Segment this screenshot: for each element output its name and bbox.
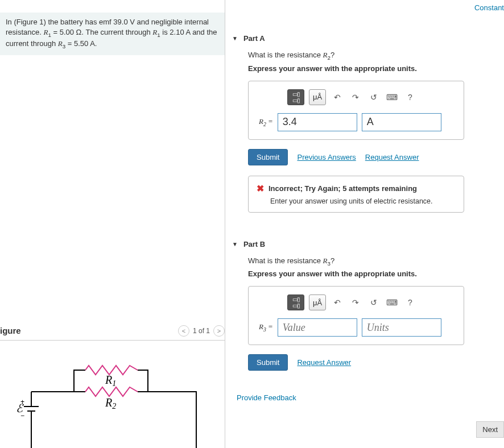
help-icon[interactable]: ? [403, 296, 417, 309]
undo-icon[interactable]: ↶ [331, 90, 344, 104]
pager-prev-button[interactable]: < [178, 325, 189, 337]
keyboard-icon[interactable]: ⌨ [385, 296, 399, 309]
part-b-value-input[interactable] [278, 318, 357, 337]
part-b-instruction: Express your answer with the appropriate… [248, 269, 497, 278]
units-mu-button[interactable]: μÅ [309, 89, 326, 105]
problem-statement: In (Figure 1) the battery has emf 39.0 V… [0, 13, 225, 55]
figure-pager: < 1 of 1 > [178, 325, 225, 337]
part-b-unit-input[interactable] [362, 318, 441, 337]
next-button[interactable]: Next [476, 421, 504, 438]
redo-icon[interactable]: ↷ [349, 296, 362, 309]
part-a-answer-box: ▭▯▭▯ μÅ ↶ ↷ ↺ ⌨ ? R2 = [248, 81, 464, 140]
part-a-submit-button[interactable]: Submit [248, 149, 288, 165]
redo-icon[interactable]: ↷ [349, 90, 362, 104]
part-a-question: What is the resistance R2? [248, 51, 497, 61]
svg-text:−: − [20, 412, 24, 420]
part-a-unit-input[interactable] [362, 113, 441, 131]
pager-next-button[interactable]: > [213, 325, 225, 337]
figure-title: igure [0, 326, 21, 335]
feedback-message: Enter your answer using units of electri… [270, 197, 456, 205]
part-b-submit-button[interactable]: Submit [248, 354, 288, 371]
part-a-value-input[interactable] [278, 113, 357, 131]
part-a-instruction: Express your answer with the appropriate… [248, 64, 497, 73]
part-b-request-answer-link[interactable]: Request Answer [297, 358, 351, 367]
circuit-figure: ℰ + − R1 R2 R3 [0, 358, 225, 448]
svg-text:+: + [20, 398, 24, 406]
part-a-feedback: ✖ Incorrect; Try Again; 5 attempts remai… [248, 176, 464, 213]
part-a-var-label: R2 = [259, 117, 273, 127]
pager-label: 1 of 1 [193, 327, 210, 335]
units-mu-button[interactable]: μÅ [309, 294, 326, 310]
keyboard-icon[interactable]: ⌨ [385, 90, 399, 104]
help-icon[interactable]: ? [403, 90, 417, 104]
templates-button[interactable]: ▭▯▭▯ [287, 294, 304, 310]
feedback-title: Incorrect; Try Again; 5 attempts remaini… [268, 184, 417, 193]
reset-icon[interactable]: ↺ [367, 90, 381, 104]
constants-link[interactable]: Constant [474, 3, 504, 12]
provide-feedback-link[interactable]: Provide Feedback [237, 393, 296, 402]
reset-icon[interactable]: ↺ [367, 296, 381, 309]
part-b-caret-icon[interactable]: ▼ [232, 241, 238, 247]
part-b-answer-box: ▭▯▭▯ μÅ ↶ ↷ ↺ ⌨ ? R3 = [248, 286, 464, 345]
part-b-question: What is the resistance R3? [248, 256, 497, 267]
incorrect-icon: ✖ [257, 183, 264, 194]
undo-icon[interactable]: ↶ [331, 296, 344, 309]
part-a-title: Part A [243, 34, 265, 43]
part-b-var-label: R3 = [259, 322, 273, 333]
templates-button[interactable]: ▭▯▭▯ [287, 89, 304, 105]
part-b-title: Part B [243, 240, 265, 248]
part-a-caret-icon[interactable]: ▼ [232, 35, 238, 42]
part-a-request-answer-link[interactable]: Request Answer [365, 153, 419, 161]
part-a-previous-answers-link[interactable]: Previous Answers [297, 153, 356, 161]
